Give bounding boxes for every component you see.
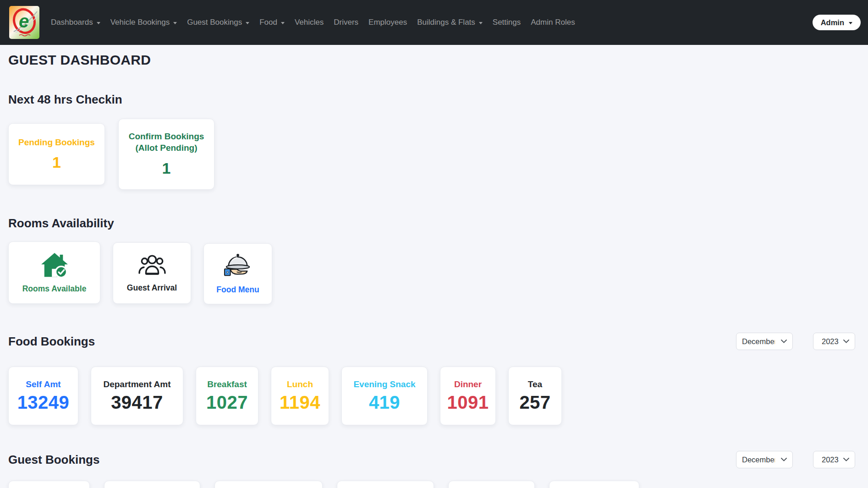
dinner-label: Dinner: [454, 379, 482, 389]
pending-bookings-label: Pending Bookings: [18, 137, 95, 148]
tea-value: 257: [519, 392, 550, 413]
pending-bookings-card[interactable]: Pending Bookings 1: [8, 123, 105, 185]
section-title-guest: Guest Bookings: [8, 453, 99, 467]
food-year-value: 2023: [819, 337, 839, 346]
food-menu-card[interactable]: Food Menu: [203, 243, 272, 304]
guest-bookings-header: Guest Bookings December 2023: [8, 451, 855, 468]
guest-month-value: December: [742, 455, 775, 464]
chevron-down-icon: [281, 22, 285, 24]
section-title-checkin: Next 48 hrs Checkin: [8, 93, 855, 107]
lunch-value: 1194: [280, 392, 320, 413]
chevron-down-icon: [849, 22, 852, 24]
nav-item-dashboards[interactable]: Dashboards: [46, 0, 105, 45]
nav-item-admin-roles[interactable]: Admin Roles: [526, 0, 580, 45]
guest-booking-card-partial: [337, 481, 434, 488]
guest-booking-card-partial: [448, 481, 535, 488]
food-month-value: December: [742, 337, 775, 346]
house-check-icon: [40, 252, 69, 279]
main-content: GUEST DASHBOARD Next 48 hrs Checkin Pend…: [0, 45, 868, 488]
lunch-card: Lunch 1194: [271, 367, 329, 425]
evening-snack-value: 419: [369, 392, 400, 413]
top-navbar: e Dashboards Vehicle Bookings Guest Book…: [0, 0, 868, 45]
section-title-food: Food Bookings: [8, 334, 95, 349]
self-amt-value: 13249: [17, 392, 70, 413]
rooms-available-card[interactable]: Rooms Available: [8, 241, 100, 304]
rooms-cards-row: Rooms Available Guest Arrival: [8, 241, 855, 304]
chevron-down-icon: [781, 458, 787, 461]
chevron-down-icon: [97, 22, 100, 24]
dinner-card: Dinner 1091: [440, 367, 496, 425]
food-cards-row: Self Amt 13249 Department Amt 39417 Brea…: [8, 367, 855, 425]
tea-card: Tea 257: [508, 367, 562, 425]
confirm-bookings-card[interactable]: Confirm Bookings (Allot Pending) 1: [118, 119, 214, 190]
lunch-label: Lunch: [287, 379, 313, 389]
breakfast-value: 1027: [206, 392, 248, 413]
confirm-bookings-value: 1: [162, 159, 171, 177]
food-menu-label: Food Menu: [216, 285, 259, 295]
checkin-cards-row: Pending Bookings 1 Confirm Bookings (All…: [8, 119, 855, 190]
chevron-down-icon: [843, 340, 849, 343]
food-cloche-icon: [224, 253, 252, 280]
breakfast-card: Breakfast 1027: [196, 367, 258, 425]
chevron-down-icon: [173, 22, 177, 24]
self-amt-label: Self Amt: [26, 379, 60, 389]
brand-logo-graphic: e: [9, 6, 39, 39]
guest-month-select[interactable]: December: [736, 451, 793, 468]
guest-group-icon: [137, 254, 167, 278]
department-amt-label: Department Amt: [103, 379, 170, 389]
guest-booking-card-partial: [104, 481, 200, 488]
food-filters: December 2023: [736, 333, 855, 350]
chevron-down-icon: [843, 458, 849, 461]
nav-item-employees[interactable]: Employees: [363, 0, 412, 45]
svg-text:e: e: [19, 11, 29, 31]
nav-item-vehicle-bookings[interactable]: Vehicle Bookings: [105, 0, 182, 45]
evening-snack-card: Evening Snack 419: [341, 367, 428, 425]
guest-year-value: 2023: [819, 455, 839, 464]
section-title-rooms: Rooms Availability: [8, 216, 855, 230]
food-bookings-header: Food Bookings December 2023: [8, 333, 855, 350]
nav-item-drivers[interactable]: Drivers: [329, 0, 363, 45]
chevron-down-icon: [781, 340, 787, 343]
rooms-available-label: Rooms Available: [22, 284, 87, 294]
food-year-select[interactable]: 2023: [813, 333, 855, 350]
dinner-value: 1091: [447, 392, 489, 413]
chevron-down-icon: [246, 22, 249, 24]
nav-item-vehicles[interactable]: Vehicles: [290, 0, 329, 45]
chevron-down-icon: [479, 22, 483, 24]
nav-menu: Dashboards Vehicle Bookings Guest Bookin…: [46, 0, 580, 45]
guest-filters: December 2023: [736, 451, 855, 468]
guest-booking-card-partial: [8, 481, 90, 488]
department-amt-card: Department Amt 39417: [91, 367, 183, 425]
confirm-bookings-label: Confirm Bookings (Allot Pending): [125, 131, 208, 154]
pending-bookings-value: 1: [52, 154, 61, 171]
guest-arrival-label: Guest Arrival: [127, 283, 177, 293]
nav-item-buildings-flats[interactable]: Buildings & Flats: [412, 0, 488, 45]
guest-cards-row: [8, 481, 855, 488]
admin-menu-button[interactable]: Admin: [813, 15, 861, 30]
guest-year-select[interactable]: 2023: [813, 451, 855, 468]
department-amt-value: 39417: [111, 392, 163, 413]
nav-item-settings[interactable]: Settings: [488, 0, 526, 45]
page-title: GUEST DASHBOARD: [8, 52, 855, 68]
tea-label: Tea: [528, 379, 542, 389]
nav-item-food[interactable]: Food: [254, 0, 290, 45]
guest-arrival-card[interactable]: Guest Arrival: [113, 242, 191, 304]
guest-booking-card-partial: [214, 481, 323, 488]
guest-booking-card-partial: [549, 481, 639, 488]
self-amt-card: Self Amt 13249: [8, 367, 78, 425]
food-month-select[interactable]: December: [736, 333, 793, 350]
app-logo[interactable]: e: [9, 6, 39, 39]
nav-item-guest-bookings[interactable]: Guest Bookings: [182, 0, 254, 45]
breakfast-label: Breakfast: [207, 379, 247, 389]
evening-snack-label: Evening Snack: [353, 379, 415, 389]
